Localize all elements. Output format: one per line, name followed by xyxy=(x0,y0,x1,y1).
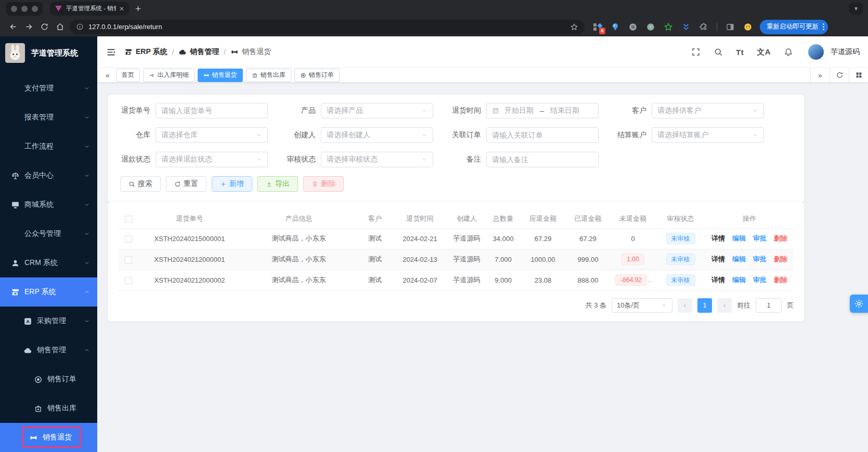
home-icon[interactable] xyxy=(52,19,68,35)
prev-page-button[interactable]: ‹ xyxy=(678,298,692,313)
address-bar[interactable]: 127.0.0.1/erp/sale/return xyxy=(70,20,585,34)
notification-bell-icon[interactable] xyxy=(784,47,793,57)
approve-link[interactable]: 审批 xyxy=(753,234,767,242)
tab-close-icon[interactable]: ✕ xyxy=(119,5,124,12)
forward-icon[interactable] xyxy=(21,19,36,35)
view-tab-4[interactable]: 销售订单 xyxy=(294,69,340,82)
breadcrumb-item-sales[interactable]: 销售管理 xyxy=(178,47,219,57)
sidebar-item-9[interactable]: 销售管理 xyxy=(0,336,97,365)
extension-star-icon[interactable] xyxy=(664,22,673,32)
sidebar-item-12[interactable]: 销售退货 xyxy=(0,423,97,452)
breadcrumb-item-erp[interactable]: ERP 系统 xyxy=(124,47,167,57)
settings-gear-button[interactable] xyxy=(850,295,868,313)
delete-link[interactable]: 删除 xyxy=(774,276,787,284)
reload-icon[interactable] xyxy=(36,19,52,35)
minimize-window-button[interactable] xyxy=(21,6,28,12)
add-button[interactable]: 新增 xyxy=(212,176,252,192)
return-time-range-picker[interactable]: 开始日期 – 结束日期 xyxy=(486,103,599,118)
back-icon[interactable] xyxy=(5,19,21,35)
collapse-menu-icon[interactable] xyxy=(106,47,116,57)
search-icon[interactable] xyxy=(714,47,723,57)
product-select[interactable]: 请选择产品 xyxy=(321,103,433,118)
browser-menu-icon[interactable] xyxy=(823,23,824,30)
font-size-icon[interactable]: Tt xyxy=(736,48,744,57)
sidebar-item-8[interactable]: A 采购管理 xyxy=(0,307,97,336)
audit-status-select[interactable]: 请选择审核状态 xyxy=(321,152,433,167)
next-page-button[interactable]: › xyxy=(717,298,732,313)
export-button[interactable]: 导出 xyxy=(257,176,298,192)
site-info-icon[interactable] xyxy=(76,23,84,31)
settlement-account-select[interactable]: 请选择结算账户 xyxy=(652,127,764,143)
extension-blocks-icon[interactable]: 6 xyxy=(593,22,602,32)
edit-link[interactable]: 编辑 xyxy=(732,276,746,284)
page-number-button[interactable]: 1 xyxy=(697,298,712,313)
user-avatar[interactable] xyxy=(808,44,824,60)
close-window-button[interactable] xyxy=(11,6,17,12)
app-logo-block[interactable]: 芋道管理系统 xyxy=(0,36,97,70)
tab-search-caret-icon[interactable]: ▼ xyxy=(849,3,863,15)
sidebar-item-10[interactable]: 销售订单 xyxy=(0,365,97,394)
sidebar-item-7[interactable]: ERP 系统 xyxy=(0,277,97,307)
view-tab-3[interactable]: 销售出库 xyxy=(246,69,291,82)
page-size-select[interactable]: 10条/页 xyxy=(612,298,672,313)
delete-button[interactable]: 删除 xyxy=(303,176,344,192)
language-icon[interactable]: 文A xyxy=(757,47,771,57)
return-no-input[interactable] xyxy=(156,103,268,118)
bookmark-star-icon[interactable] xyxy=(570,23,578,31)
sidebar-item-2[interactable]: 工作流程 xyxy=(0,132,97,161)
sidebar-item-1[interactable]: 报表管理 xyxy=(0,103,97,132)
refund-status-select[interactable]: 请选择退款状态 xyxy=(156,152,268,167)
scroll-tabs-right-icon[interactable]: » xyxy=(810,68,830,82)
detail-link[interactable]: 详情 xyxy=(711,234,725,242)
extensions-puzzle-icon[interactable] xyxy=(699,22,708,32)
remark-input[interactable] xyxy=(486,152,599,167)
customer-select[interactable]: 请选择供客户 xyxy=(652,103,764,118)
row-checkbox[interactable] xyxy=(125,277,132,284)
view-tab-2[interactable]: 销售退货 xyxy=(198,69,243,82)
sidebar-item-11[interactable]: 销售出库 xyxy=(0,394,97,423)
extension-record-icon[interactable] xyxy=(646,22,655,32)
search-button[interactable]: 搜索 xyxy=(120,176,161,192)
username[interactable]: 芋道源码 xyxy=(831,47,860,57)
warehouse-select[interactable]: 请选择仓库 xyxy=(156,127,268,143)
side-panel-icon[interactable] xyxy=(726,22,735,32)
row-checkbox[interactable] xyxy=(125,256,132,263)
row-checkbox[interactable] xyxy=(125,235,132,243)
sidebar-item-5[interactable]: 公众号管理 xyxy=(0,219,97,248)
view-tab-0[interactable]: 首页 xyxy=(116,69,140,82)
chevron-down-icon xyxy=(752,108,758,114)
sidebar-item-3[interactable]: 会员中心 xyxy=(0,161,97,190)
view-tab-1[interactable]: 出入库明细 xyxy=(143,69,195,82)
browser-tab[interactable]: 芋道管理系统 - 销售退货 ✕ xyxy=(50,2,129,16)
table-body: XSTH20240215000001 测试商品，小东东 测试 2024-02-2… xyxy=(118,228,794,290)
extension-balloon-icon[interactable] xyxy=(611,22,620,32)
delete-link[interactable]: 删除 xyxy=(774,255,787,263)
detail-link[interactable]: 详情 xyxy=(711,255,725,263)
reset-button[interactable]: 重置 xyxy=(166,176,206,192)
cell-order-no: XSTH20240212000002 xyxy=(139,270,240,290)
delete-link[interactable]: 删除 xyxy=(774,234,787,242)
approve-link[interactable]: 审批 xyxy=(753,255,767,263)
layout-grid-icon[interactable] xyxy=(849,68,868,82)
edit-link[interactable]: 编辑 xyxy=(732,255,746,263)
profile-avatar-icon[interactable] xyxy=(743,22,753,32)
select-all-checkbox[interactable] xyxy=(125,216,132,223)
sidebar-item-4[interactable]: 商城系统 xyxy=(0,190,97,219)
edit-link[interactable]: 编辑 xyxy=(732,234,746,242)
detail-link[interactable]: 详情 xyxy=(711,276,725,284)
extension-command-icon[interactable]: ⌘ xyxy=(628,22,638,32)
extension-chevrons-icon[interactable] xyxy=(681,22,691,32)
sidebar-item-6[interactable]: CRM 系统 xyxy=(0,248,97,277)
related-order-input[interactable] xyxy=(486,127,599,143)
fullscreen-icon[interactable] xyxy=(691,47,701,57)
browser-update-button[interactable]: 重新启动即可更新 xyxy=(760,20,828,34)
goto-page-input[interactable] xyxy=(756,298,782,313)
approve-link[interactable]: 审批 xyxy=(753,276,767,284)
zoom-window-button[interactable] xyxy=(32,6,38,12)
scroll-tabs-left-icon[interactable]: « xyxy=(106,72,110,79)
creator-select[interactable]: 请选择创建人 xyxy=(321,127,433,143)
new-tab-button[interactable]: + xyxy=(135,3,141,15)
topbar: ERP 系统 / 销售管理 / 销售退货 Tt xyxy=(97,36,868,68)
sidebar-item-0[interactable]: 支付管理 xyxy=(0,74,97,103)
refresh-view-icon[interactable] xyxy=(830,68,849,82)
